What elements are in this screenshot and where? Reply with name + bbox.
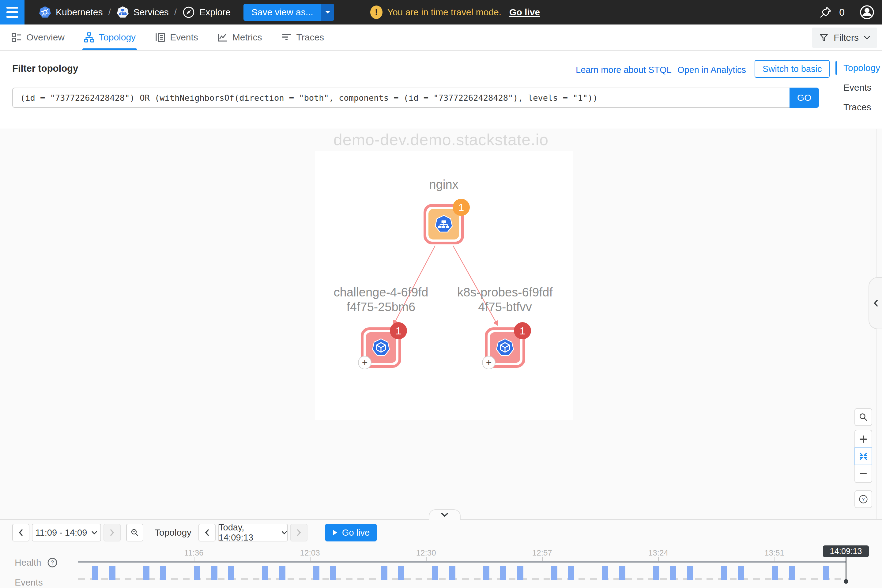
instance-watermark: demo-dev.demo.stackstate.io — [0, 130, 882, 149]
event-bar — [143, 566, 150, 580]
zoom-controls — [854, 430, 872, 483]
tab-topology[interactable]: Topology — [84, 24, 136, 50]
warning-icon: ! — [370, 6, 382, 19]
pin-icon[interactable] — [819, 6, 832, 19]
warning-text: You are in time travel mode. — [387, 7, 501, 18]
node-nginx[interactable]: 1 — [423, 204, 464, 244]
event-bar — [313, 566, 320, 580]
event-bar — [619, 566, 626, 580]
event-bar — [381, 566, 387, 580]
hamburger-menu-button[interactable] — [0, 0, 24, 24]
topology-viewport[interactable]: demo-dev.demo.stackstate.io nginx — [0, 129, 882, 519]
right-panel-expand-tab[interactable] — [868, 277, 882, 329]
topology-icon — [84, 32, 94, 43]
right-nav-topology[interactable]: Topology — [843, 61, 880, 75]
event-bar — [194, 566, 200, 580]
zoom-in-icon — [859, 435, 868, 444]
right-nav-events[interactable]: Events — [843, 81, 880, 94]
user-avatar-icon[interactable] — [860, 4, 874, 20]
metrics-icon — [217, 32, 228, 43]
fit-to-screen-button[interactable] — [854, 447, 872, 465]
event-bar — [262, 566, 268, 580]
event-bar — [789, 566, 795, 580]
timeline-panel: 11:09 - 14:09 Topology Today, 14:09:13 G… — [0, 519, 882, 588]
node-label-line: f4f75-25bm6 — [320, 300, 442, 314]
zoom-in-button[interactable] — [855, 430, 872, 448]
event-bar — [279, 566, 285, 580]
traces-icon — [281, 32, 292, 43]
alert-badge[interactable]: 1 — [453, 199, 470, 216]
tab-label: Events — [170, 32, 198, 43]
save-view-dropdown-caret[interactable] — [321, 4, 334, 21]
event-bar — [500, 566, 506, 580]
learn-more-stql-link[interactable]: Learn more about STQL — [576, 65, 672, 75]
open-in-analytics-link[interactable]: Open in Analytics — [677, 65, 746, 75]
breadcrumb-item-services[interactable]: Services — [116, 6, 169, 19]
alert-badge[interactable]: 1 — [514, 322, 531, 339]
filter-funnel-icon — [819, 33, 829, 43]
event-bar — [330, 566, 336, 580]
topology-canvas[interactable]: nginx — [315, 151, 573, 420]
tab-label: Topology — [99, 32, 136, 43]
tab-label: Traces — [297, 32, 324, 43]
filter-topology-title: Filter topology — [12, 63, 78, 74]
filters-label: Filters — [834, 33, 859, 43]
fit-to-screen-icon — [859, 452, 868, 461]
tab-traces[interactable]: Traces — [281, 24, 324, 50]
tab-label: Metrics — [232, 32, 262, 43]
events-track[interactable] — [0, 520, 882, 588]
node-k8s-probes-pod[interactable]: 1 + — [485, 327, 525, 368]
event-bar — [687, 566, 693, 580]
k8s-pod-icon — [372, 338, 390, 357]
breadcrumb-item-kubernetes[interactable]: Kubernetes — [39, 6, 103, 19]
breadcrumb-label: Explore — [200, 7, 231, 18]
search-icon — [858, 412, 868, 422]
event-bar — [721, 566, 728, 580]
go-button[interactable]: GO — [789, 88, 819, 108]
help-button[interactable]: ? — [854, 490, 872, 508]
tab-events[interactable]: Events — [154, 24, 198, 50]
event-bar — [483, 566, 489, 580]
k8s-pod-icon — [495, 338, 514, 357]
chevron-down-icon — [440, 512, 449, 518]
zoom-out-icon — [859, 469, 868, 478]
event-bar — [92, 566, 98, 580]
event-bar — [772, 566, 778, 580]
help-icon: ? — [858, 494, 868, 504]
node-label-k8s-probes: k8s-probes-6f9fdf 4f75-btfvv — [444, 285, 566, 314]
event-bar — [670, 566, 676, 580]
k8s-service-icon — [434, 214, 453, 234]
expand-node-button[interactable]: + — [358, 356, 372, 369]
chevron-down-icon — [864, 36, 870, 40]
event-bar — [551, 566, 557, 580]
timeline-collapse-tab[interactable] — [429, 509, 460, 520]
time-cursor-badge: 14:09:13 — [823, 545, 869, 557]
breadcrumb-separator: / — [174, 7, 177, 18]
filters-button[interactable]: Filters — [812, 28, 877, 48]
time-cursor-line[interactable] — [846, 556, 846, 580]
save-view-as-button[interactable]: Save view as... — [243, 4, 334, 21]
node-label-line: 4f75-btfvv — [444, 300, 566, 314]
go-live-link[interactable]: Go live — [509, 7, 540, 18]
explore-compass-icon — [182, 6, 195, 19]
node-label-line: challenge-4-6f9fd — [320, 285, 442, 300]
events-icon — [154, 32, 166, 43]
breadcrumb-label: Kubernetes — [56, 7, 103, 18]
time-cursor-dot[interactable] — [844, 579, 848, 584]
stql-query-input[interactable] — [12, 88, 789, 108]
event-bar — [228, 566, 234, 580]
zoom-out-button[interactable] — [855, 465, 872, 482]
tab-label: Overview — [26, 32, 64, 43]
search-components-button[interactable] — [854, 408, 872, 426]
alert-badge[interactable]: 1 — [390, 322, 407, 339]
caret-down-icon — [325, 10, 331, 14]
tab-overview[interactable]: Overview — [11, 24, 64, 50]
node-challenge-pod[interactable]: 1 + — [361, 327, 401, 368]
switch-to-basic-button[interactable]: Switch to basic — [754, 60, 830, 78]
breadcrumb-item-explore[interactable]: Explore — [182, 6, 231, 19]
breadcrumb-separator: / — [108, 7, 111, 18]
right-nav-traces[interactable]: Traces — [843, 100, 880, 114]
event-bar — [160, 566, 166, 580]
expand-node-button[interactable]: + — [482, 356, 495, 369]
tab-metrics[interactable]: Metrics — [217, 24, 262, 50]
